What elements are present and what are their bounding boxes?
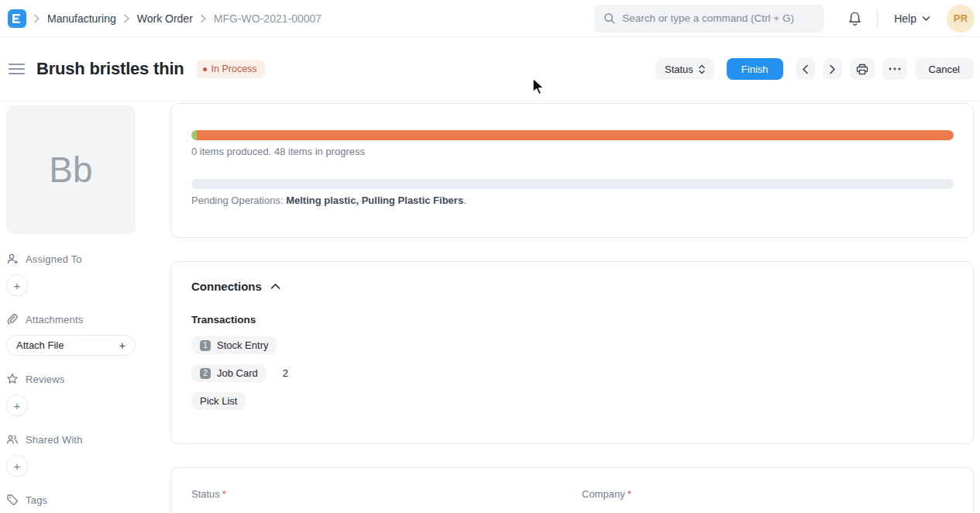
add-review-button[interactable]: + xyxy=(6,394,28,416)
pick-list-label: Pick List xyxy=(200,395,237,407)
shared-with-label: Shared With xyxy=(26,434,83,446)
page-head: Brush bristles thin In Process Status Fi… xyxy=(0,37,980,102)
attach-file-label: Attach File xyxy=(16,339,64,351)
reviews-label: Reviews xyxy=(26,374,65,385)
help-label: Help xyxy=(894,12,916,25)
print-button[interactable] xyxy=(850,58,875,80)
page-actions: Status Finish Cancel xyxy=(655,58,974,80)
more-actions-button[interactable] xyxy=(882,58,907,80)
sidebar-section-tags: Tags Add a tag ... xyxy=(6,494,170,513)
pending-operations-caption: Pending Operations: Melting plastic, Pul… xyxy=(191,195,954,206)
pending-operations-period: . xyxy=(463,195,466,206)
pending-operations-label: Pending Operations: xyxy=(191,195,286,206)
user-avatar[interactable]: PR xyxy=(947,5,975,33)
search-placeholder: Search or type a command (Ctrl + G) xyxy=(622,12,794,24)
breadcrumb-current-doc[interactable]: MFG-WO-2021-00007 xyxy=(214,12,322,25)
attachments-label: Attachments xyxy=(26,314,83,325)
doc-image-placeholder[interactable]: Bb xyxy=(6,105,136,234)
breadcrumb-manufacturing[interactable]: Manufacturing xyxy=(47,12,116,25)
job-card-link[interactable]: 2 Job Card xyxy=(191,364,266,382)
chevron-right-icon xyxy=(33,14,40,23)
assign-icon xyxy=(6,253,19,265)
status-dropdown-button[interactable]: Status xyxy=(655,58,714,80)
attach-file-button[interactable]: Attach File + xyxy=(6,335,136,356)
status-badge-label: In Process xyxy=(211,64,257,74)
status-dot xyxy=(203,67,207,71)
chevron-up-icon xyxy=(270,283,280,290)
reviews-header: Reviews xyxy=(6,373,170,385)
add-assignment-button[interactable]: + xyxy=(6,274,28,296)
breadcrumb-work-order[interactable]: Work Order xyxy=(137,12,193,25)
progress-produced-segment xyxy=(191,130,197,140)
sidebar: Bb Assigned To + Attachments Attach File… xyxy=(0,102,170,513)
app-logo[interactable] xyxy=(8,9,26,28)
paperclip-icon xyxy=(6,313,19,325)
stock-entry-label: Stock Entry xyxy=(217,339,268,351)
attach-file-plus: + xyxy=(119,339,126,352)
chevron-right-icon xyxy=(829,64,836,74)
stock-entry-link[interactable]: 1 Stock Entry xyxy=(191,336,277,354)
prev-document-button[interactable] xyxy=(796,58,815,80)
star-icon xyxy=(6,373,19,385)
pick-list-link[interactable]: Pick List xyxy=(191,392,246,410)
attachments-header: Attachments xyxy=(6,313,170,325)
company-label-text: Company xyxy=(582,488,625,500)
production-progress-caption: 0 items produced. 48 items in progress xyxy=(191,146,954,157)
pending-operations-list: Melting plastic, Pulling Plastic Fibers xyxy=(286,195,463,206)
job-card-count-badge: 2 xyxy=(200,368,211,379)
sidebar-section-reviews: Reviews + xyxy=(6,373,170,416)
status-button-label: Status xyxy=(665,64,693,75)
search-input[interactable]: Search or type a command (Ctrl + G) xyxy=(594,5,824,33)
assigned-to-label: Assigned To xyxy=(26,253,82,265)
next-document-button[interactable] xyxy=(823,58,842,80)
ellipsis-icon xyxy=(889,67,901,71)
finish-button[interactable]: Finish xyxy=(727,58,783,80)
page-body: Bb Assigned To + Attachments Attach File… xyxy=(0,102,980,513)
share-icon xyxy=(6,433,19,446)
sidebar-section-attachments: Attachments Attach File + xyxy=(6,313,170,356)
shared-with-header: Shared With xyxy=(6,433,170,446)
navbar: Manufacturing Work Order MFG-WO-2021-000… xyxy=(0,0,980,37)
status-required-asterisk: * xyxy=(222,488,226,500)
company-field-label: Company* xyxy=(582,488,954,500)
help-dropdown[interactable]: Help xyxy=(894,12,930,25)
field-status: Status* In Process xyxy=(191,488,563,513)
job-card-open-count: 2 xyxy=(283,367,288,379)
connection-row-pick-list: Pick List xyxy=(191,392,953,410)
status-field-label: Status* xyxy=(191,488,563,500)
connections-card: Connections Transactions 1 Stock Entry 2… xyxy=(170,261,974,444)
connection-row-job-card: 2 Job Card 2 xyxy=(191,364,953,382)
sidebar-section-shared-with: Shared With + xyxy=(6,433,170,477)
chevron-left-icon xyxy=(802,64,809,74)
connections-title: Connections xyxy=(191,280,262,293)
printer-icon xyxy=(856,64,868,75)
production-progress-bar xyxy=(191,130,954,140)
bell-icon xyxy=(848,11,862,26)
progress-in-progress-segment xyxy=(197,130,954,140)
job-card-label: Job Card xyxy=(217,367,258,379)
sidebar-section-assigned-to: Assigned To + xyxy=(6,253,170,296)
sort-icon xyxy=(699,64,705,74)
tags-label: Tags xyxy=(26,494,47,506)
notifications-button[interactable] xyxy=(848,11,862,26)
company-required-asterisk: * xyxy=(628,488,631,500)
chevron-right-icon xyxy=(200,14,207,23)
field-company: Company* Unico Plastics Inc. xyxy=(582,488,954,513)
assigned-to-header: Assigned To xyxy=(6,253,170,265)
transactions-group-title: Transactions xyxy=(191,314,953,325)
menu-icon[interactable] xyxy=(9,64,25,75)
app-logo-icon xyxy=(12,13,22,24)
tags-header: Tags xyxy=(6,494,170,506)
page-title: Brush bristles thin xyxy=(36,59,184,79)
progress-card: 0 items produced. 48 items in progress P… xyxy=(170,103,974,238)
cancel-button[interactable]: Cancel xyxy=(915,58,974,80)
operations-progress-block: Pending Operations: Melting plastic, Pul… xyxy=(191,179,954,206)
add-share-button[interactable]: + xyxy=(6,455,28,477)
details-card: Status* In Process Company* Unico Plasti… xyxy=(170,467,974,513)
navbar-divider xyxy=(877,9,878,29)
fields-grid: Status* In Process Company* Unico Plasti… xyxy=(191,488,954,513)
connections-header[interactable]: Connections xyxy=(191,280,953,293)
connection-row-stock-entry: 1 Stock Entry xyxy=(191,336,953,354)
operations-progress-bar xyxy=(191,179,954,189)
search-icon xyxy=(603,12,615,24)
